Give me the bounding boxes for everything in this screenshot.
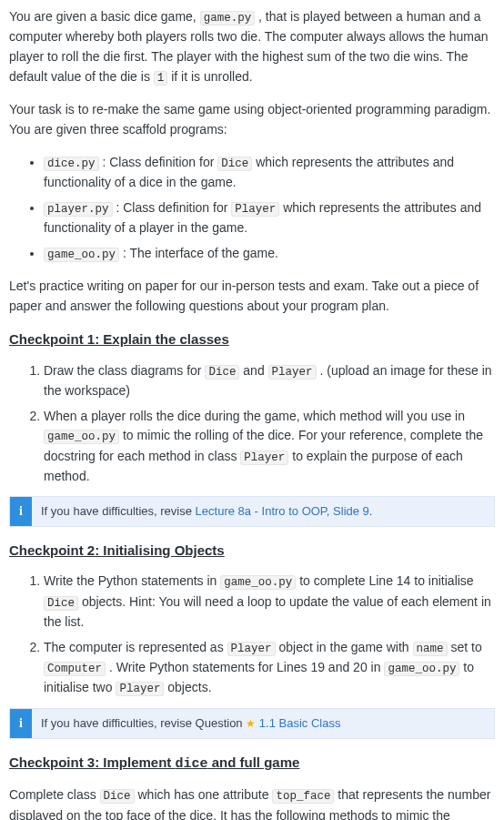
info-icon: i — [10, 709, 32, 738]
intro-paragraph-1: You are given a basic dice game, game.py… — [9, 7, 495, 87]
info-callout-cp2: i If you have difficulties, revise Quest… — [9, 708, 495, 739]
scaffold-list: dice.py : Class definition for Dice whic… — [9, 153, 495, 265]
list-item: The computer is represented as Player ob… — [44, 638, 495, 699]
code-dice-py: dice.py — [44, 157, 99, 171]
practice-paragraph: Let's practice writing on paper for our … — [9, 277, 495, 316]
info-icon: i — [10, 497, 32, 526]
code-player-py: player.py — [44, 202, 113, 217]
list-item: Draw the class diagrams for Dice and Pla… — [44, 361, 495, 401]
checkpoint-2-heading: Checkpoint 2: Initialising Objects — [9, 540, 495, 561]
checkpoint-3-heading: Checkpoint 3: Implement dice and full ga… — [9, 752, 495, 774]
link-lecture-8a[interactable]: Lecture 8a - Intro to OOP, Slide 9 — [196, 504, 369, 518]
code-dice: Dice — [217, 157, 252, 171]
code-game-oo-py: game_oo.py — [44, 248, 119, 262]
intro-paragraph-2: Your task is to re-make the same game us… — [9, 100, 495, 139]
code-player: Player — [231, 202, 279, 217]
link-basic-class[interactable]: 1.1 Basic Class — [256, 716, 340, 730]
checkpoint-3-paragraph: Complete class Dice which has one attrib… — [9, 785, 495, 820]
code-one: 1 — [154, 71, 168, 86]
list-item: When a player rolls the dice during the … — [44, 407, 495, 487]
info-callout-cp1: i If you have difficulties, revise Lectu… — [9, 496, 495, 527]
checkpoint-2-list: Write the Python statements in game_oo.p… — [9, 572, 495, 699]
star-icon: ★ — [246, 717, 256, 730]
list-item: Write the Python statements in game_oo.p… — [44, 572, 495, 632]
checkpoint-1-list: Draw the class diagrams for Dice and Pla… — [9, 361, 495, 487]
code-game-py: game.py — [200, 11, 256, 25]
list-item: game_oo.py : The interface of the game. — [44, 244, 495, 264]
list-item: dice.py : Class definition for Dice whic… — [44, 153, 495, 193]
list-item: player.py : Class definition for Player … — [44, 198, 495, 238]
checkpoint-1-heading: Checkpoint 1: Explain the classes — [9, 329, 495, 349]
